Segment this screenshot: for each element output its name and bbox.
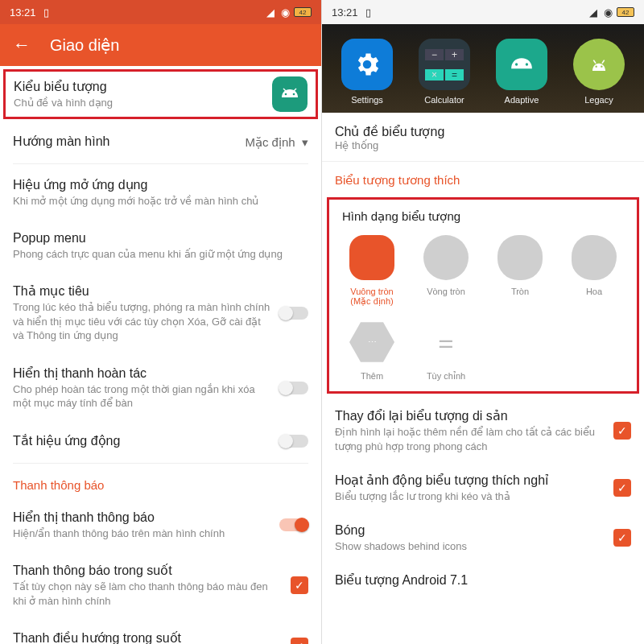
svg-point-7 (601, 65, 602, 67)
round-icon (497, 235, 543, 280)
legacy-reshape-check[interactable]: ✓ (613, 422, 631, 440)
svg-point-4 (515, 63, 518, 65)
sim-icon: ▯ (41, 6, 52, 18)
adaptive-anim-row[interactable]: Hoạt ảnh động biểu tượng thích nghỉ Biểu… (335, 463, 631, 514)
svg-point-6 (595, 65, 597, 67)
shape-round[interactable]: Tròn (485, 235, 555, 313)
squircle-icon (349, 235, 394, 280)
shape-more[interactable]: ⋯ Thêm (337, 320, 407, 388)
drop-target-toggle[interactable] (279, 307, 308, 320)
status-time: 13:21 (10, 6, 36, 19)
flower-icon (572, 235, 617, 280)
undo-bar-toggle[interactable] (279, 382, 308, 394)
sim-icon: ▯ (363, 6, 374, 18)
svg-line-3 (294, 89, 296, 91)
popup-menu-row[interactable]: Popup menu Phong cách trực quan của menu… (13, 220, 308, 273)
icon-preview: Settings −+×= Calculator Adaptive Legacy (322, 24, 644, 113)
calculator-icon: −+×= (419, 39, 470, 90)
statusbar-left: 13:21▯ ◢ ◉ 42 (0, 0, 321, 24)
drop-target-row[interactable]: Thả mục tiêu Trong lúc kéo thả biểu tượn… (13, 272, 308, 354)
shadow-row[interactable]: Bóng Show shadows behind icons ✓ (335, 514, 631, 564)
icon-style-sub: Chủ đề và hình dạng (14, 96, 113, 110)
section-notification: Thanh thông báo (13, 465, 308, 498)
header: ← Giao diện (0, 24, 321, 66)
icon-style-row[interactable]: Kiểu biểu tượng Chủ đề và hình dạng (3, 69, 318, 119)
circle-icon (423, 235, 469, 280)
back-button[interactable]: ← (13, 35, 31, 56)
preview-app-adaptive: Adaptive (496, 39, 547, 105)
sliders-icon: ⚌ (423, 320, 469, 365)
svg-point-0 (285, 93, 287, 96)
open-effect-row[interactable]: Hiệu ứng mở ứng dụng Khi mở một ứng dụng… (13, 166, 308, 220)
preview-app-settings: Settings (341, 39, 393, 105)
signal-icon: ◢ (588, 6, 599, 18)
android-icon (272, 76, 308, 112)
transparent-nav-check[interactable]: ✓ (291, 638, 308, 644)
transparent-notif-row[interactable]: Thanh thông báo trong suốt Tất tùy chọn … (13, 551, 308, 619)
disable-anim-row[interactable]: Tắt hiệu ứng động (13, 422, 308, 461)
signal-icon: ◢ (265, 6, 276, 18)
wifi-icon: ◉ (279, 6, 291, 18)
phone-right: 13:21▯ ◢ ◉ 42 Settings −+×= Calculator (322, 0, 644, 644)
shadow-check[interactable]: ✓ (613, 529, 631, 547)
battery-indicator: 42 (617, 7, 634, 17)
settings-icon (341, 39, 393, 90)
shape-custom[interactable]: ⚌ Tùy chỉnh (411, 320, 481, 388)
android71-row[interactable]: Biểu tượng Android 7.1 (335, 563, 631, 599)
transparent-nav-row[interactable]: Thanh điều hướng trong suốt Tất tùy chọn… (13, 619, 308, 644)
adaptive-anim-check[interactable]: ✓ (613, 479, 631, 497)
page-title: Giao diện (50, 35, 120, 55)
transparent-notif-check[interactable]: ✓ (291, 576, 308, 594)
hexagon-icon: ⋯ (349, 320, 394, 365)
legacy-reshape-row[interactable]: Thay đổi lại biểu tượng di sản Định hình… (335, 398, 631, 463)
icon-shape-title: Hình dạng biểu tượng (337, 208, 629, 235)
shape-squircle[interactable]: Vuông tròn (Mặc định) (337, 235, 407, 313)
preview-app-calculator: −+×= Calculator (419, 39, 470, 105)
icon-style-title: Kiểu biểu tượng (14, 79, 113, 94)
legacy-icon (573, 39, 625, 90)
preview-app-legacy: Legacy (573, 39, 625, 105)
statusbar-right: 13:21▯ ◢ ◉ 42 (322, 0, 644, 24)
orientation-value: Mặc định ▾ (245, 135, 308, 150)
wifi-icon: ◉ (602, 6, 613, 18)
svg-line-2 (283, 89, 286, 91)
shape-circle[interactable]: Vòng tròn (411, 235, 481, 313)
svg-line-9 (602, 60, 605, 64)
svg-point-1 (293, 93, 295, 96)
show-notif-bar-row[interactable]: Hiển thị thanh thông báo Hiện/ẩn thanh t… (13, 498, 308, 552)
disable-anim-toggle[interactable] (279, 435, 308, 448)
show-notif-bar-toggle[interactable] (279, 518, 308, 531)
svg-point-5 (526, 63, 528, 65)
svg-line-8 (593, 60, 596, 64)
phone-left: 13:21▯ ◢ ◉ 42 ← Giao diện Kiểu biểu tượn… (0, 0, 322, 644)
orientation-title: Hướng màn hình (13, 134, 110, 149)
status-time: 13:21 (332, 6, 358, 19)
section-compatible: Biểu tượng tương thích (322, 162, 644, 192)
orientation-row[interactable]: Hướng màn hình Mặc định ▾ (13, 122, 308, 162)
battery-indicator: 42 (294, 7, 312, 17)
undo-bar-row[interactable]: Hiển thị thanh hoàn tác Cho phép hoàn tá… (13, 354, 308, 422)
adaptive-icon (496, 39, 547, 90)
icon-theme-row[interactable]: Chủ đề biểu tượng Hệ thống (322, 113, 644, 161)
icon-shape-box: Hình dạng biểu tượng Vuông tròn (Mặc địn… (327, 197, 639, 394)
shape-flower[interactable]: Hoa (559, 235, 629, 313)
